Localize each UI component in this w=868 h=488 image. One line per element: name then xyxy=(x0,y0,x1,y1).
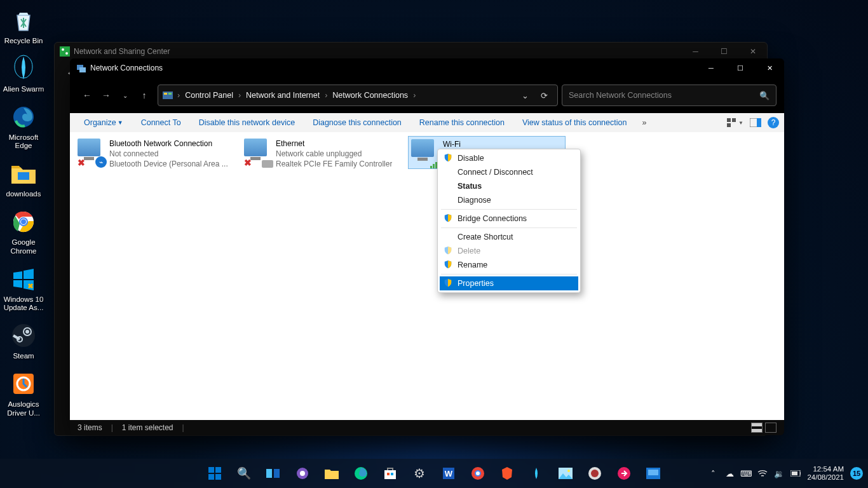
word-button[interactable]: W xyxy=(436,461,461,486)
volume-icon[interactable]: 🔉 xyxy=(774,468,784,478)
desktop-icon-chrome[interactable]: Google Chrome xyxy=(0,207,47,256)
status-selection: 1 item selected xyxy=(122,423,173,432)
menu-properties[interactable]: Properties xyxy=(440,276,578,290)
desktop-icon-auslogics[interactable]: Auslogics Driver U... xyxy=(0,369,47,418)
parent-minimize-button[interactable]: ─ xyxy=(681,43,710,60)
menu-disable[interactable]: Disable xyxy=(440,151,578,165)
onedrive-icon[interactable]: ☁ xyxy=(724,468,735,478)
chat-button[interactable] xyxy=(290,461,315,486)
maximize-button[interactable]: ☐ xyxy=(726,58,755,78)
explorer-button[interactable] xyxy=(319,461,344,486)
up-button[interactable]: ↑ xyxy=(135,85,154,106)
svg-point-46 xyxy=(591,470,599,477)
titlebar[interactable]: Network Connections ─ ☐ ✕ xyxy=(70,58,784,78)
toolbar-view-status[interactable]: View status of this connection xyxy=(513,113,635,132)
desktop-icons: Recycle Bin Alien Swarm Microsoft Edge d… xyxy=(0,0,51,426)
breadcrumb-sep[interactable]: › xyxy=(412,91,417,100)
search-button[interactable]: 🔍 xyxy=(231,461,257,486)
desktop-icon-edge[interactable]: Microsoft Edge xyxy=(0,102,47,151)
menu-separator xyxy=(441,227,577,228)
search-box[interactable]: 🔍 xyxy=(562,85,776,106)
store-button[interactable] xyxy=(377,461,403,486)
menu-bridge-connections[interactable]: Bridge Connections xyxy=(440,212,578,226)
details-view-button[interactable] xyxy=(751,423,763,433)
address-dropdown[interactable]: ⌄ xyxy=(515,86,534,105)
status-item-count: 3 items xyxy=(78,423,102,432)
menu-delete: Delete xyxy=(440,244,578,258)
breadcrumb-sep[interactable]: › xyxy=(176,91,181,100)
recent-dropdown[interactable]: ⌄ xyxy=(116,85,135,106)
breadcrumb-network-internet[interactable]: Network and Internet xyxy=(242,91,323,100)
search-icon: 🔍 xyxy=(236,465,252,482)
desktop-icon-alien-swarm[interactable]: Alien Swarm xyxy=(0,53,47,94)
desktop-icon-steam[interactable]: Steam xyxy=(0,320,47,361)
adapter-bluetooth[interactable]: ✖ ⌁ Bluetooth Network Connection Not con… xyxy=(75,136,233,172)
adapter-ethernet[interactable]: ✖ Ethernet Network cable unplugged Realt… xyxy=(241,136,399,172)
desktop-icon-win10-update[interactable]: Windows 10 Update As... xyxy=(0,264,47,313)
breadcrumb-sep[interactable]: › xyxy=(237,91,242,100)
content-area[interactable]: ✖ ⌁ Bluetooth Network Connection Not con… xyxy=(70,132,784,420)
forward-button[interactable]: → xyxy=(97,85,116,106)
svg-rect-20 xyxy=(168,93,172,95)
menu-create-shortcut[interactable]: Create Shortcut xyxy=(440,230,578,244)
toolbar-diagnose[interactable]: Diagnose this connection xyxy=(304,113,410,132)
app-button[interactable] xyxy=(524,461,549,486)
edge-icon xyxy=(8,102,39,132)
start-button[interactable] xyxy=(202,461,227,486)
svg-rect-30 xyxy=(266,469,272,478)
toolbar-rename[interactable]: Rename this connection xyxy=(410,113,513,132)
parent-titlebar[interactable]: Network and Sharing Center ─ ☐ ✕ xyxy=(55,43,767,60)
help-button[interactable]: ? xyxy=(768,117,779,128)
menu-label: Delete xyxy=(458,247,480,255)
keyboard-icon[interactable]: ⌨ xyxy=(741,468,751,478)
breadcrumb-network-connections[interactable]: Network Connections xyxy=(329,91,412,100)
back-button[interactable]: ← xyxy=(78,85,97,106)
battery-icon[interactable] xyxy=(790,468,801,478)
close-button[interactable]: ✕ xyxy=(755,58,784,78)
app-button-2[interactable] xyxy=(582,461,607,486)
breadcrumb-control-panel[interactable]: Control Panel xyxy=(181,91,237,100)
app-button-3[interactable] xyxy=(611,461,637,486)
error-x-icon: ✖ xyxy=(78,158,86,166)
parent-maximize-button[interactable]: ☐ xyxy=(710,43,738,60)
address-bar[interactable]: › Control Panel › Network and Internet ›… xyxy=(158,85,558,106)
menu-status[interactable]: Status xyxy=(440,179,578,193)
menu-connect-disconnect[interactable]: Connect / Disconnect xyxy=(440,165,578,179)
toolbar-connect-to[interactable]: Connect To xyxy=(132,113,190,132)
settings-button[interactable]: ⚙ xyxy=(407,461,432,486)
breadcrumb-sep[interactable]: › xyxy=(323,91,329,100)
menu-rename[interactable]: Rename xyxy=(440,258,578,272)
menu-label: Rename xyxy=(458,261,487,269)
organize-menu[interactable]: Organize ▼ xyxy=(75,113,132,132)
tray-overflow-button[interactable]: ˄ xyxy=(708,468,718,478)
desktop-icon-downloads[interactable]: downloads xyxy=(0,158,47,199)
photos-button[interactable] xyxy=(553,461,578,486)
svg-rect-29 xyxy=(215,474,221,480)
ethernet-badge-icon xyxy=(262,160,273,168)
edge-button[interactable] xyxy=(348,461,374,486)
toolbar-disable-device[interactable]: Disable this network device xyxy=(190,113,304,132)
wifi-icon[interactable] xyxy=(757,468,768,478)
search-icon[interactable]: 🔍 xyxy=(759,91,770,100)
chat-icon xyxy=(294,465,311,482)
brave-button[interactable] xyxy=(494,461,520,486)
task-view-button[interactable] xyxy=(261,461,286,486)
clock[interactable]: 12:54 AM 24/08/2021 xyxy=(807,465,844,482)
menu-label: Disable xyxy=(458,154,484,163)
divider: | xyxy=(111,423,113,432)
preview-pane-button[interactable] xyxy=(747,116,764,130)
app-button-4[interactable] xyxy=(641,461,666,486)
notifications-button[interactable]: 15 xyxy=(850,467,863,480)
tiles-view-button[interactable] xyxy=(765,423,776,433)
status-bar: 3 items | 1 item selected | xyxy=(70,420,784,435)
search-input[interactable] xyxy=(569,91,759,100)
parent-close-button[interactable]: ✕ xyxy=(738,43,767,60)
toolbar-overflow[interactable]: » xyxy=(635,118,653,127)
menu-diagnose[interactable]: Diagnose xyxy=(440,193,578,207)
desktop-icon-label: Recycle Bin xyxy=(0,37,47,46)
refresh-button[interactable]: ⟳ xyxy=(534,86,553,105)
minimize-button[interactable]: ─ xyxy=(696,58,726,78)
desktop-icon-recycle-bin[interactable]: Recycle Bin xyxy=(0,5,47,46)
view-options-button[interactable]: ▼ xyxy=(727,116,743,130)
chrome-button[interactable] xyxy=(465,461,491,486)
